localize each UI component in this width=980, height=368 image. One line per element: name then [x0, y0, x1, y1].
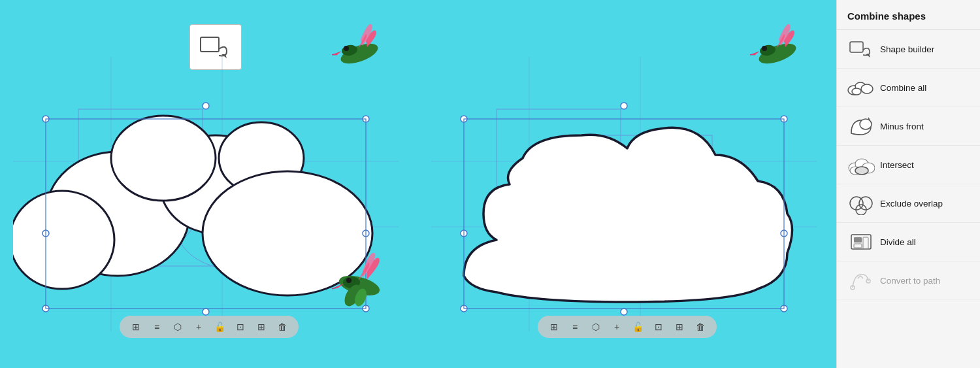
combine-all-icon — [847, 74, 875, 101]
svg-point-51 — [762, 46, 767, 51]
hummingbird-top-right-left — [314, 21, 392, 73]
toolbar-left: ⊞ ≡ ⬡ + 🔓 ⊡ ⊞ 🗑 — [120, 316, 299, 338]
toolbar-lock-left[interactable]: 🔓 — [212, 320, 227, 334]
toolbar-add-right[interactable]: + — [610, 320, 624, 334]
exclude-overlap-icon — [847, 190, 875, 217]
canvas-left: ⊞ ≡ ⬡ + 🔓 ⊡ ⊞ 🗑 — [7, 18, 412, 351]
shape-builder-icon — [847, 35, 875, 63]
svg-point-21 — [203, 309, 209, 315]
svg-rect-69 — [863, 237, 868, 249]
toolbar-delete-right[interactable]: 🗑 — [693, 320, 708, 334]
svg-point-56 — [852, 88, 861, 95]
svg-point-11 — [111, 116, 216, 201]
toolbar-menu-left[interactable]: ≡ — [150, 320, 164, 334]
svg-point-26 — [344, 46, 349, 51]
panel-item-intersect[interactable]: Intersect — [837, 146, 980, 184]
minus-front-icon — [847, 112, 875, 140]
minus-front-label: Minus front — [880, 122, 924, 131]
svg-rect-68 — [854, 244, 862, 248]
panel-item-minus-front[interactable]: Minus front — [837, 107, 980, 146]
convert-to-path-label: Convert to path — [880, 276, 940, 286]
toolbar-copy-left[interactable]: ⊡ — [233, 320, 248, 334]
svg-point-14 — [13, 191, 114, 289]
shape-builder-label: Shape builder — [880, 44, 934, 54]
combine-all-label: Combine all — [880, 83, 926, 93]
svg-rect-0 — [201, 37, 219, 52]
hummingbird-bottom-right-left — [320, 246, 405, 312]
combine-shapes-panel: Combine shapes Shape builder Combine all — [836, 0, 980, 368]
intersect-icon — [847, 151, 875, 178]
hummingbird-top-right-right — [732, 21, 810, 73]
panel-item-convert-to-path: Convert to path — [837, 261, 980, 300]
toolbar-add-left[interactable]: + — [191, 320, 206, 334]
toolbar-grid-right[interactable]: ⊞ — [547, 320, 561, 334]
panel-title: Combine shapes — [837, 8, 980, 30]
toolbar-lock-right[interactable]: 🔓 — [630, 320, 645, 334]
toolbar-paste-right[interactable]: ⊞ — [672, 320, 687, 334]
panel-item-shape-builder[interactable]: Shape builder — [837, 30, 980, 69]
toolbar-layers-right[interactable]: ⬡ — [589, 320, 603, 334]
svg-point-62 — [855, 167, 868, 175]
svg-point-16 — [203, 103, 209, 109]
toolbar-menu-right[interactable]: ≡ — [568, 320, 582, 334]
panel-item-divide-all[interactable]: Divide all — [837, 223, 980, 261]
panel-item-combine-all[interactable]: Combine all — [837, 69, 980, 107]
toolbar-layers-left[interactable]: ⬡ — [171, 320, 185, 334]
canvas-right: ⊞ ≡ ⬡ + 🔓 ⊡ ⊞ 🗑 — [425, 18, 830, 351]
toolbar-grid-left[interactable]: ⊞ — [129, 320, 143, 334]
toolbar-copy-right[interactable]: ⊡ — [651, 320, 666, 334]
intersect-label: Intersect — [880, 160, 914, 170]
canvas-area: ⊞ ≡ ⬡ + 🔓 ⊡ ⊞ 🗑 — [0, 0, 836, 368]
convert-to-path-icon — [847, 267, 875, 294]
svg-point-57 — [860, 119, 872, 129]
panel-item-exclude-overlap[interactable]: Exclude overlap — [837, 184, 980, 223]
toolbar-delete-left[interactable]: 🗑 — [275, 320, 289, 334]
svg-point-46 — [621, 309, 627, 315]
cloud-svg-right — [431, 57, 817, 331]
toolbar-right: ⊞ ≡ ⬡ + 🔓 ⊡ ⊞ 🗑 — [538, 316, 717, 338]
toolbar-paste-left[interactable]: ⊞ — [254, 320, 269, 334]
svg-point-41 — [621, 103, 627, 109]
divide-all-icon — [847, 228, 875, 256]
exclude-overlap-label: Exclude overlap — [880, 199, 943, 209]
svg-rect-67 — [854, 237, 862, 243]
canvases-container: ⊞ ≡ ⬡ + 🔓 ⊡ ⊞ 🗑 — [7, 7, 830, 361]
divide-all-label: Divide all — [880, 237, 916, 247]
svg-rect-52 — [850, 42, 863, 52]
svg-point-29 — [346, 278, 351, 283]
svg-point-55 — [861, 84, 873, 93]
